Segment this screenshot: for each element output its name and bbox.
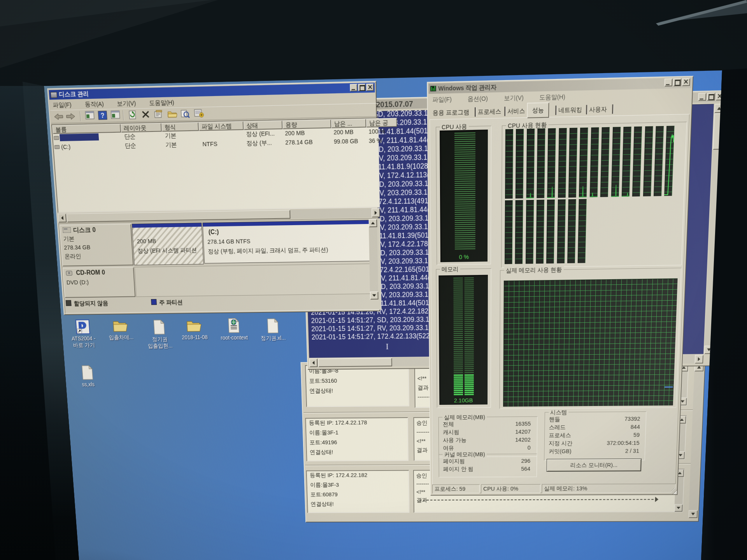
svg-text:?: ? bbox=[100, 112, 105, 119]
